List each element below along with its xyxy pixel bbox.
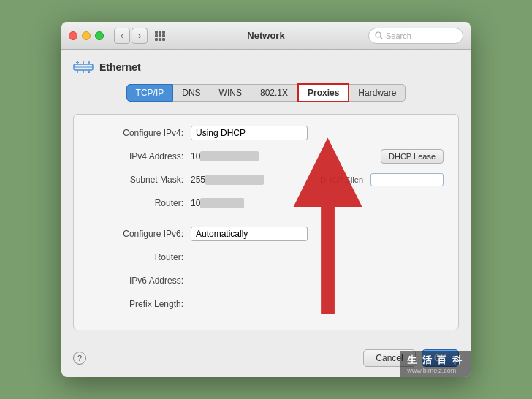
app-grid-button[interactable] xyxy=(152,28,168,44)
ipv4-address-blurred xyxy=(200,151,259,162)
tab-dns[interactable]: DNS xyxy=(173,84,210,102)
configure-ipv6-label: Configure IPv6: xyxy=(88,229,183,239)
svg-rect-0 xyxy=(155,31,158,34)
router-ipv6-label: Router: xyxy=(88,252,183,262)
tabs-container: TCP/IP DNS WINS 802.1X Proxies Hardware xyxy=(73,83,459,102)
ipv4-address-value: 10 xyxy=(191,151,200,162)
traffic-lights xyxy=(69,31,104,40)
configure-ipv4-label: Configure IPv4: xyxy=(88,128,183,138)
router-ipv6-row: Router: xyxy=(88,249,444,265)
window-title: Network xyxy=(247,30,284,41)
tab-8021x[interactable]: 802.1X xyxy=(251,84,297,102)
watermark: 生 活 百 科 www.bimeiz.com xyxy=(400,351,471,377)
subnet-mask-label: Subnet Mask: xyxy=(88,175,183,185)
form-area: Configure IPv4: Using DHCP IPv4 Address:… xyxy=(73,114,459,330)
ethernet-header: Ethernet xyxy=(73,60,459,75)
search-bar[interactable]: Search xyxy=(368,28,463,44)
search-placeholder: Search xyxy=(386,31,411,40)
router-label: Router: xyxy=(88,198,183,208)
router-blurred xyxy=(200,198,244,208)
configure-ipv4-row: Configure IPv4: Using DHCP xyxy=(88,125,444,141)
search-icon xyxy=(375,31,383,39)
configure-ipv6-value[interactable]: Automatically xyxy=(191,227,308,241)
svg-point-9 xyxy=(376,32,381,37)
subnet-mask-value: 255 xyxy=(191,175,205,185)
content-area: Ethernet TCP/IP DNS WINS 802.1X Proxies … xyxy=(61,50,471,341)
ethernet-icon xyxy=(73,60,94,75)
prefix-length-label: Prefix Length: xyxy=(88,299,183,309)
configure-ipv6-row: Configure IPv6: Automatically xyxy=(88,226,444,242)
ipv4-address-label: IPv4 Address: xyxy=(88,151,183,162)
svg-rect-4 xyxy=(159,34,162,37)
svg-line-10 xyxy=(381,37,383,39)
watermark-url: www.bimeiz.com xyxy=(407,367,463,374)
prefix-length-row: Prefix Length: xyxy=(88,296,444,312)
minimize-button[interactable] xyxy=(82,31,91,40)
watermark-chinese: 生 活 百 科 xyxy=(407,354,463,367)
svg-rect-8 xyxy=(162,38,165,41)
nav-buttons: ‹ › xyxy=(114,28,148,44)
maximize-button[interactable] xyxy=(95,31,104,40)
ipv6-address-row: IPv6 Address: xyxy=(88,273,444,289)
svg-rect-6 xyxy=(155,38,158,41)
form-separator xyxy=(88,218,444,226)
dhcp-client-label: DHCP Clien xyxy=(320,175,363,184)
configure-ipv4-value[interactable]: Using DHCP xyxy=(191,126,308,140)
ipv6-address-label: IPv6 Address: xyxy=(88,276,183,286)
tab-wins[interactable]: WINS xyxy=(210,84,251,102)
dhcp-client-input[interactable] xyxy=(370,173,444,186)
svg-rect-5 xyxy=(162,34,165,37)
router-row: Router: 10 xyxy=(88,195,444,211)
subnet-mask-blurred xyxy=(205,175,264,185)
help-button[interactable]: ? xyxy=(73,352,86,365)
subnet-mask-row: Subnet Mask: 255 DHCP Clien xyxy=(88,172,444,188)
tab-hardware[interactable]: Hardware xyxy=(349,84,406,102)
svg-rect-7 xyxy=(159,38,162,41)
svg-rect-1 xyxy=(159,31,162,34)
back-button[interactable]: ‹ xyxy=(114,28,130,44)
svg-rect-2 xyxy=(162,31,165,34)
ethernet-label: Ethernet xyxy=(99,61,141,73)
dhcp-lease-button[interactable]: DHCP Lease xyxy=(381,149,444,164)
tab-proxies[interactable]: Proxies xyxy=(297,83,349,102)
forward-button[interactable]: › xyxy=(132,28,148,44)
help-label: ? xyxy=(77,354,82,362)
tab-tcpip[interactable]: TCP/IP xyxy=(126,84,174,102)
ipv4-address-row: IPv4 Address: 10 DHCP Lease xyxy=(88,148,444,164)
titlebar: ‹ › Network Search xyxy=(61,22,471,50)
close-button[interactable] xyxy=(69,31,77,40)
svg-rect-3 xyxy=(155,34,158,37)
router-value: 10 xyxy=(191,198,200,208)
